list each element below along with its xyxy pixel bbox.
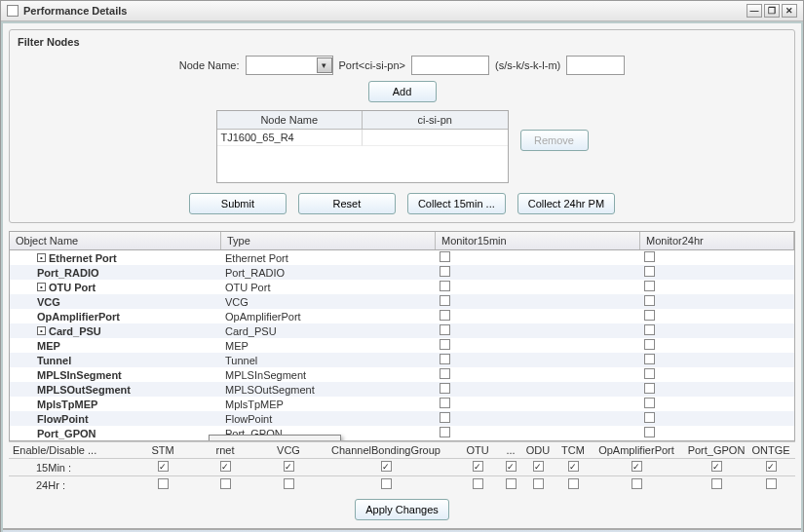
monitor24-checkbox[interactable] xyxy=(644,281,655,291)
monitor24-checkbox[interactable] xyxy=(644,295,655,306)
remove-button[interactable]: Remove xyxy=(520,130,589,151)
grid-row[interactable]: •Card_PSUCard_PSU xyxy=(10,323,794,338)
grid-row[interactable]: •Ethernet PortEthernet Port xyxy=(10,250,794,265)
monitor15-checkbox[interactable] xyxy=(440,398,450,408)
monitor24-checkbox[interactable] xyxy=(644,324,655,335)
apply-changes-button[interactable]: Apply Changes xyxy=(355,499,449,520)
object-name-label: VCG xyxy=(37,296,60,308)
col-monitor15[interactable]: Monitor15min xyxy=(436,232,640,249)
monitor15-checkbox[interactable] xyxy=(440,368,450,379)
object-name-label: OTU Port xyxy=(49,282,96,293)
15min-cbg-checkbox[interactable] xyxy=(381,461,392,472)
monitor15-checkbox[interactable] xyxy=(440,281,450,291)
maximize-button[interactable]: ❐ xyxy=(764,4,780,18)
15min-eth-checkbox[interactable] xyxy=(220,461,231,472)
col-monitor24[interactable]: Monitor24hr xyxy=(640,232,794,249)
15min-tcm-checkbox[interactable] xyxy=(568,461,579,472)
monitor15-checkbox[interactable] xyxy=(440,412,450,423)
monitor24-checkbox[interactable] xyxy=(644,427,655,437)
24hr-odu-checkbox[interactable] xyxy=(533,478,544,489)
monitor24-checkbox[interactable] xyxy=(644,383,655,394)
24hr-gpon-checkbox[interactable] xyxy=(711,478,722,489)
15min-ontg-checkbox[interactable] xyxy=(766,461,777,472)
grid-row[interactable]: TunnelTunnel xyxy=(10,353,794,367)
15min-ell-checkbox[interactable] xyxy=(506,461,517,472)
type-label: Tunnel xyxy=(221,355,436,366)
24hr-eth-checkbox[interactable] xyxy=(220,478,231,489)
15min-opamp-checkbox[interactable] xyxy=(632,461,642,472)
col-type[interactable]: Type xyxy=(221,232,436,249)
col-cisipn: ci-si-pn xyxy=(363,111,508,130)
grid-row[interactable]: FlowPointFlowPoint xyxy=(10,411,794,426)
dropdown-icon[interactable] xyxy=(317,57,332,73)
grid-row[interactable]: MEPMEP xyxy=(10,338,794,353)
24hr-opamp-checkbox[interactable] xyxy=(632,478,642,489)
reset-button[interactable]: Reset xyxy=(298,193,396,214)
grid-row[interactable]: •OTU PortOTU Port xyxy=(10,280,794,294)
grid-row[interactable]: Port_RADIOPort_RADIO xyxy=(10,265,794,280)
filter-title: Filter Nodes xyxy=(18,36,786,48)
minimize-button[interactable]: — xyxy=(747,4,762,18)
24hr-cbg-checkbox[interactable] xyxy=(381,478,392,489)
type-label: MplsTpMEP xyxy=(221,399,436,410)
monitor24-checkbox[interactable] xyxy=(644,412,655,423)
grid-row[interactable]: MPLSOutSegmentMPLSOutSegment xyxy=(10,382,794,397)
15min-opamp-cell xyxy=(591,461,682,474)
node-table-row[interactable]: TJ1600_65_R4 xyxy=(217,130,508,146)
type-label: OpAmplifierPort xyxy=(221,311,436,323)
close-button[interactable]: ✕ xyxy=(782,4,797,18)
monitor15-checkbox[interactable] xyxy=(440,310,450,321)
tree-toggle-icon[interactable]: • xyxy=(37,283,46,291)
port-input[interactable] xyxy=(411,56,489,75)
monitor24-checkbox[interactable] xyxy=(644,339,655,350)
15min-odu-cell xyxy=(520,461,555,474)
col-object-name[interactable]: Object Name xyxy=(10,232,221,249)
grid-row[interactable]: Port_GPONPort_GPON xyxy=(10,426,794,440)
menu-view-hist-pm[interactable]: View Hist PM xyxy=(210,436,340,441)
col-opamplifier: OpAmplifierPort xyxy=(591,444,682,456)
node-name-label: Node Name: xyxy=(179,59,240,71)
15min-odu-checkbox[interactable] xyxy=(533,461,544,472)
monitor24-checkbox[interactable] xyxy=(644,368,655,379)
15min-eth-cell xyxy=(191,461,259,474)
node-name-combo[interactable] xyxy=(246,56,333,75)
24hr-vcg-checkbox[interactable] xyxy=(284,478,294,489)
grid-row[interactable]: VCGVCG xyxy=(10,294,794,309)
add-button[interactable]: Add xyxy=(368,81,437,102)
grid-row[interactable]: MPLSInSegmentMPLSInSegment xyxy=(10,367,794,382)
monitor24-checkbox[interactable] xyxy=(644,310,655,321)
monitor15-checkbox[interactable] xyxy=(440,295,450,306)
15min-stm-cell xyxy=(134,461,191,474)
15min-stm-checkbox[interactable] xyxy=(158,461,169,472)
monitor15-checkbox[interactable] xyxy=(440,266,450,277)
grid-row[interactable]: OpAmplifierPortOpAmplifierPort xyxy=(10,309,794,323)
15min-otu-cell xyxy=(454,461,501,474)
monitor24-checkbox[interactable] xyxy=(644,251,655,262)
grid-row[interactable]: MplsTpMEPMplsTpMEP xyxy=(10,397,794,411)
tree-toggle-icon[interactable]: • xyxy=(37,326,46,335)
24hr-ell-checkbox[interactable] xyxy=(506,478,517,489)
monitor15-checkbox[interactable] xyxy=(440,339,450,350)
type-label: Port_RADIO xyxy=(221,267,436,279)
monitor15-checkbox[interactable] xyxy=(440,427,450,437)
15min-otu-checkbox[interactable] xyxy=(473,461,483,472)
sklm-input[interactable] xyxy=(566,56,625,75)
collect-15min-button[interactable]: Collect 15min ... xyxy=(407,193,506,214)
24hr-otu-checkbox[interactable] xyxy=(473,478,483,489)
24hr-tcm-checkbox[interactable] xyxy=(568,478,579,489)
monitor15-checkbox[interactable] xyxy=(440,354,450,364)
15min-ell-cell xyxy=(501,461,520,474)
15min-vcg-checkbox[interactable] xyxy=(284,461,294,472)
monitor15-checkbox[interactable] xyxy=(440,251,450,262)
24hr-stm-checkbox[interactable] xyxy=(158,478,169,489)
monitor24-checkbox[interactable] xyxy=(644,354,655,364)
tree-toggle-icon[interactable]: • xyxy=(37,253,46,262)
monitor15-checkbox[interactable] xyxy=(440,383,450,394)
submit-button[interactable]: Submit xyxy=(189,193,287,214)
monitor24-checkbox[interactable] xyxy=(644,266,655,277)
monitor15-checkbox[interactable] xyxy=(440,324,450,335)
24hr-ontg-checkbox[interactable] xyxy=(766,478,777,489)
monitor24-checkbox[interactable] xyxy=(644,398,655,408)
collect-24hr-button[interactable]: Collect 24hr PM xyxy=(517,193,615,214)
15min-gpon-checkbox[interactable] xyxy=(711,461,722,472)
